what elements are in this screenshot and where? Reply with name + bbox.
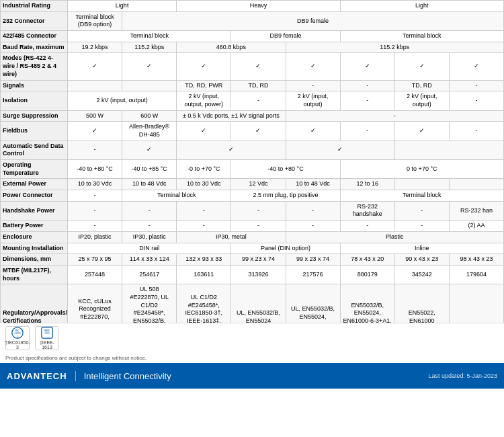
cell: 500 W [68, 110, 122, 122]
cell: - [449, 91, 503, 110]
cell: ✓ [340, 53, 394, 80]
cell: ✓ [177, 141, 286, 159]
cell: - [286, 221, 340, 232]
cell: - [449, 80, 503, 91]
footer-tagline: Intelligent Connectivity [84, 371, 171, 381]
cell: ✓ [122, 53, 177, 80]
table-row: Operating Temperature-40 to +80 °C-40 to… [1, 160, 504, 179]
cell: Terminal block (DB9 option) [68, 11, 122, 30]
cell: 0 to +70 °C [340, 160, 503, 179]
footer-logo: ADVANTECH [7, 371, 76, 381]
cert-iec61850: IEC 61850 -3 †IEC61850-3 [5, 326, 30, 350]
cell: TD, RD [394, 80, 449, 91]
cell: ✓ [231, 122, 286, 141]
cell: 880179 [340, 265, 394, 284]
row-label: Battery Power [1, 221, 68, 232]
cell: - [122, 221, 177, 232]
row-label: 232 Connector [1, 11, 68, 30]
cell: EN55032/B, EN55024, EN61000-6-3+A1, EN61… [340, 284, 394, 323]
cell: 132 x 93 x 33 [177, 254, 231, 266]
cell: - [177, 201, 231, 220]
table-row: Surge Suppression500 W600 W± 0.5 k Vdc p… [1, 110, 504, 122]
cell: 254617 [122, 265, 177, 284]
cell: DIN rail [68, 243, 231, 254]
cert-ieee1613: IEEE 1613 ‡IEEE-1613 [35, 326, 59, 350]
cell: 10 to 48 Vdc [122, 179, 177, 190]
table-row: MTBF (MIL217F), hours2574482546171636113… [1, 265, 504, 284]
cell [122, 80, 177, 91]
cell: 98 x 43 x 23 [449, 254, 503, 266]
table-row: SignalsTD, RD, PWRTD, RD--TD, RD- [1, 80, 504, 91]
cell: Allen-Bradley® DH-485 [122, 122, 177, 141]
cert-iec61850-label: †IEC61850-3 [5, 340, 30, 350]
cell: Inline [340, 243, 503, 254]
row-label: Power Connector [1, 190, 68, 202]
footer-note: Product specifications are subject to ch… [0, 353, 504, 363]
cell: IP30, metal [177, 231, 286, 243]
table-row: Handshake Power-----RS-232 handshake-RS-… [1, 201, 504, 220]
row-label: Operating Temperature [1, 160, 68, 179]
cell [394, 179, 449, 190]
cell: 179604 [449, 265, 503, 284]
cell: Panel (DIN option) [231, 243, 340, 254]
row-label: Handshake Power [1, 201, 68, 220]
table-row: Battery Power-------(2) AA [1, 221, 504, 232]
cell: ✓ [394, 53, 449, 80]
table-row: Fieldbus✓Allen-Bradley® DH-485✓✓✓-✓- [1, 122, 504, 141]
table-row: External Power10 to 30 Vdc10 to 48 Vdc10… [1, 179, 504, 190]
cell: EN55022, EN61000 [394, 284, 449, 323]
table-area[interactable]: Industrial RatingLightHeavyLight232 Conn… [0, 0, 504, 323]
cell: 2.5 mm plug, tip positive [231, 190, 340, 202]
cell: - [231, 91, 286, 110]
cell: 2 kV (input, output) [68, 91, 177, 110]
table-row: Mounting InstallationDIN railPanel (DIN … [1, 243, 504, 254]
row-label: Isolation [1, 91, 68, 110]
row-label: Signals [1, 80, 68, 91]
cell: TD, RD, PWR [177, 80, 231, 91]
row-label: Industrial Rating [1, 1, 68, 12]
cell: ✓ [122, 141, 177, 159]
row-label: Mounting Installation [1, 243, 68, 254]
table-row: Isolation2 kV (input, output)2 kV (input… [1, 91, 504, 110]
cell: ✓ [286, 53, 340, 80]
cell: Terminal block [122, 190, 231, 202]
spec-table: Industrial RatingLightHeavyLight232 Conn… [0, 0, 504, 323]
cell: DB9 female [122, 11, 504, 30]
cell: Terminal block [340, 190, 503, 202]
cell: UL C1/D2 #E245458*, IEC61850-3†, IEEE-16… [177, 284, 231, 323]
cell: 114 x 33 x 124 [122, 254, 177, 266]
cell [394, 141, 503, 159]
cell: 313926 [231, 265, 286, 284]
table-row: Automatic Send Data Control-✓✓✓ [1, 141, 504, 159]
cell: Terminal block [340, 31, 503, 42]
cell: 10 to 48 Vdc [286, 179, 340, 190]
cell: Light [68, 1, 177, 12]
cell: - [68, 190, 122, 202]
cell: 12 to 16 [340, 179, 394, 190]
table-row: EnclosureIP20, plasticIP30, plasticIP30,… [1, 231, 504, 243]
cell [68, 80, 122, 91]
cell [449, 284, 503, 323]
cell: - [68, 221, 122, 232]
cell: KCC, cULus Recognized #E222870, EN55021,… [68, 284, 122, 323]
cell: ✓ [177, 53, 231, 80]
cell: - [449, 122, 503, 141]
table-row: Regulatory/Approvals/ CertificationsKCC,… [1, 284, 504, 323]
cell: 19.2 kbps [68, 42, 122, 53]
cell: DB9 female [231, 31, 340, 42]
row-label: MTBF (MIL217F), hours [1, 265, 68, 284]
cell: 115.2 kbps [286, 42, 504, 53]
cell: Light [340, 1, 503, 12]
cell: 25 x 79 x 95 [68, 254, 122, 266]
cell: -40 to +80 °C [231, 160, 340, 179]
cell: Terminal block [68, 31, 231, 42]
cell: - [286, 201, 340, 220]
cell: Plastic [286, 231, 504, 243]
cell [449, 179, 503, 190]
table-row: Power Connector-Terminal block2.5 mm plu… [1, 190, 504, 202]
cell: Heavy [177, 1, 340, 12]
main-container: Industrial RatingLightHeavyLight232 Conn… [0, 0, 504, 437]
cell: UL, EN55032/B, EN55024 [231, 284, 286, 323]
cell: -40 to +85 °C [122, 160, 177, 179]
cell: - [122, 201, 177, 220]
